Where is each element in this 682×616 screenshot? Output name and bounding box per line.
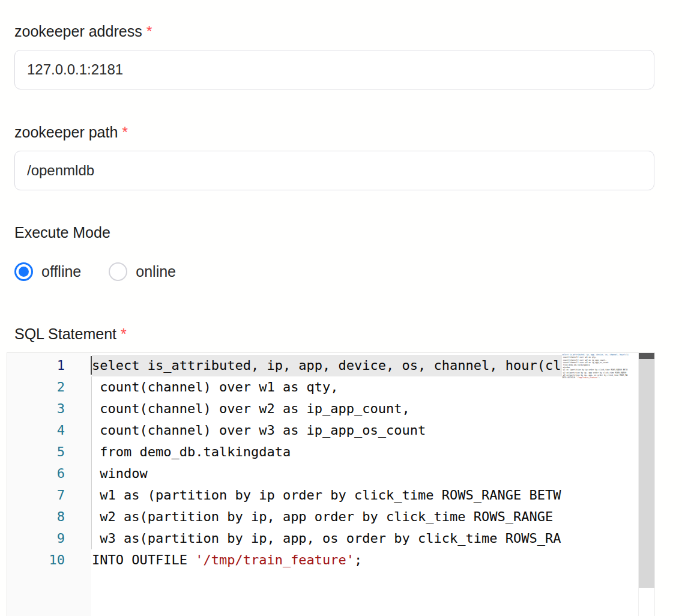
radio-option-online[interactable]: online — [109, 262, 176, 281]
line-number: 4 — [7, 420, 65, 441]
execute-mode-radio-group: offline online — [14, 262, 176, 281]
zookeeper-address-input[interactable] — [14, 50, 654, 89]
openmldb-connection-form: zookeeper address* zookeeper path* Execu… — [0, 0, 682, 616]
radio-option-offline[interactable]: offline — [14, 262, 81, 281]
minimap-line: INTO OUTFILE '/tmp/train_feature'; — [562, 376, 638, 379]
zookeeper-address-label: zookeeper address* — [14, 22, 152, 41]
code-line[interactable]: count(channel) over w1 as qty, — [92, 376, 562, 398]
required-asterisk: * — [122, 124, 128, 140]
radio-unselected-icon[interactable] — [109, 262, 127, 281]
line-number: 7 — [7, 485, 65, 506]
zookeeper-path-input[interactable] — [14, 151, 654, 190]
label-text: zookeeper address — [14, 23, 142, 40]
zookeeper-path-label: zookeeper path* — [14, 122, 128, 142]
editor-line-numbers: 12345678910 — [7, 355, 65, 571]
code-line[interactable]: select is_attributed, ip, app, device, o… — [92, 355, 562, 376]
radio-label: offline — [41, 263, 81, 280]
editor-code-lines[interactable]: select is_attributed, ip, app, device, o… — [92, 355, 562, 571]
code-line[interactable]: w3 as(partition by ip, app, os order by … — [92, 528, 562, 549]
code-line[interactable]: w1 as (partition by ip order by click_ti… — [92, 485, 562, 506]
sql-statement-label: SQL Statement* — [14, 324, 127, 343]
execute-mode-label: Execute Mode — [14, 223, 110, 242]
text-cursor — [91, 356, 92, 375]
label-text: SQL Statement — [14, 325, 116, 342]
radio-selected-icon[interactable] — [14, 262, 33, 281]
line-number: 10 — [7, 549, 65, 571]
overview-ruler-cursor-marker — [639, 353, 654, 359]
line-number: 1 — [7, 355, 65, 376]
label-text: zookeeper path — [14, 124, 118, 140]
code-line[interactable]: count(channel) over w3 as ip_app_os_coun… — [92, 420, 562, 441]
line-number: 3 — [7, 398, 65, 420]
code-line[interactable]: window — [92, 463, 562, 485]
editor-minimap[interactable]: select is_attributed, ip, app, device, o… — [562, 354, 638, 616]
sql-code-editor[interactable]: 12345678910 select is_attributed, ip, ap… — [7, 352, 655, 616]
line-number: 2 — [7, 376, 65, 398]
code-line[interactable]: INTO OUTFILE '/tmp/train_feature'; — [92, 549, 562, 571]
required-asterisk: * — [146, 23, 152, 40]
scrollbar-thumb[interactable] — [639, 353, 654, 588]
line-number: 5 — [7, 441, 65, 463]
line-number: 6 — [7, 463, 65, 485]
code-line[interactable]: from demo_db.talkingdata — [92, 441, 562, 463]
line-number: 9 — [7, 528, 65, 549]
minimap-content: select is_attributed, ip, app, device, o… — [562, 354, 638, 379]
label-text: Execute Mode — [14, 224, 110, 241]
code-line[interactable]: count(channel) over w2 as ip_app_count, — [92, 398, 562, 420]
editor-scrollbar[interactable] — [638, 353, 655, 616]
code-line[interactable]: w2 as(partition by ip, app order by clic… — [92, 506, 562, 528]
radio-label: online — [136, 263, 176, 280]
line-number: 8 — [7, 506, 65, 528]
required-asterisk: * — [121, 325, 127, 342]
